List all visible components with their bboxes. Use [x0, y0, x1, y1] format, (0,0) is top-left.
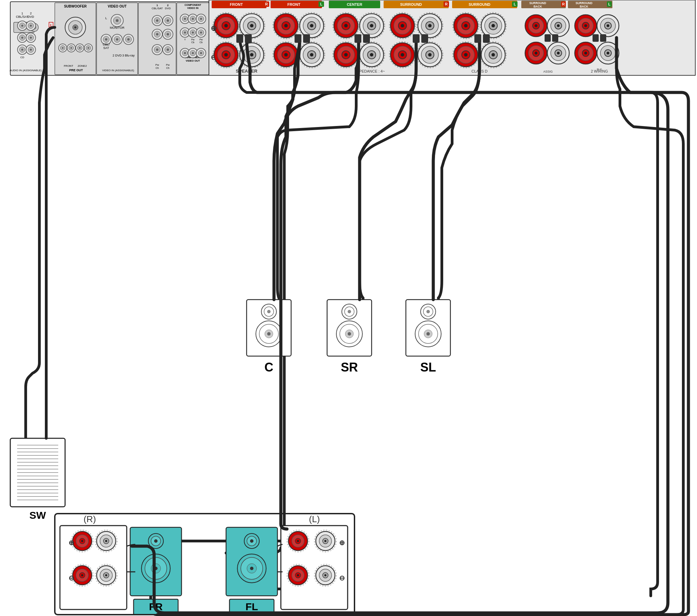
svg-point-229	[401, 24, 404, 27]
svg-text:1: 1	[157, 4, 158, 7]
svg-text:SURROUND: SURROUND	[575, 1, 592, 5]
svg-point-219	[344, 53, 348, 56]
svg-point-325	[267, 310, 271, 313]
svg-text:Ch: Ch	[166, 66, 170, 70]
svg-text:COMPONENT: COMPONENT	[185, 3, 201, 7]
sw-label: SW	[29, 510, 46, 521]
svg-point-386	[250, 567, 253, 570]
svg-text:(L): (L)	[309, 514, 320, 524]
svg-text:⊖: ⊖	[339, 574, 345, 582]
svg-point-73	[184, 32, 186, 34]
svg-point-130	[30, 49, 32, 51]
svg-rect-423	[545, 34, 551, 42]
svg-point-392	[297, 540, 299, 542]
svg-point-115	[21, 25, 23, 27]
svg-point-95	[200, 52, 202, 54]
svg-text:AUDIO IN (ASSIGNABLE): AUDIO IN (ASSIGNABLE)	[10, 69, 42, 72]
svg-point-25	[116, 38, 119, 41]
svg-point-67	[192, 18, 194, 20]
center-label: CENTER	[347, 2, 362, 7]
svg-text:FRONT: FRONT	[287, 2, 300, 7]
svg-point-127	[21, 49, 23, 51]
svg-text:2: 2	[30, 12, 32, 15]
svg-text:BACK: BACK	[580, 5, 588, 8]
svg-text:FRONT: FRONT	[230, 2, 243, 7]
svg-point-103	[62, 47, 64, 49]
svg-text:DVD: DVD	[165, 7, 171, 10]
svg-point-239	[401, 53, 404, 56]
svg-text:PRE OUT: PRE OUT	[69, 68, 83, 72]
svg-point-224	[370, 53, 373, 56]
svg-point-76	[192, 32, 194, 34]
sl-speaker-label: SL	[420, 360, 436, 374]
svg-point-264	[491, 53, 495, 56]
svg-point-20	[105, 38, 108, 41]
svg-point-109	[79, 47, 81, 49]
svg-text:⊕: ⊕	[339, 539, 345, 546]
svg-point-118	[30, 25, 32, 27]
svg-point-402	[297, 574, 299, 576]
svg-text:SURROUND: SURROUND	[469, 2, 490, 7]
svg-text:SUBWOOFER: SUBWOOFER	[64, 4, 87, 8]
svg-point-365	[105, 574, 107, 576]
svg-point-70	[200, 18, 202, 20]
svg-rect-422	[483, 34, 490, 43]
svg-point-214	[370, 24, 373, 27]
svg-text:VIDEO OUT: VIDEO OUT	[108, 4, 126, 8]
svg-point-172	[250, 24, 253, 27]
svg-point-124	[30, 37, 32, 39]
svg-point-289	[607, 24, 609, 27]
svg-point-204	[310, 53, 313, 56]
svg-rect-413	[236, 34, 243, 43]
svg-text:CBL/SAT: CBL/SAT	[16, 15, 29, 18]
svg-point-194	[310, 24, 313, 27]
svg-text:Pw: Pw	[191, 38, 195, 41]
svg-text:Y: Y	[184, 38, 186, 41]
svg-text:Pw: Pw	[155, 63, 159, 66]
svg-point-350	[81, 540, 83, 542]
svg-text:(R): (R)	[84, 514, 96, 524]
svg-point-407	[324, 574, 326, 576]
svg-point-54	[167, 49, 169, 51]
svg-point-79	[200, 32, 202, 34]
svg-text:L: L	[514, 2, 516, 6]
svg-point-337	[348, 332, 351, 336]
c-speaker-label: C	[264, 360, 273, 374]
svg-text:DVD: DVD	[27, 15, 34, 18]
svg-text:Cb: Cb	[191, 41, 195, 43]
svg-point-244	[428, 53, 432, 56]
svg-text:3 Blu-ray: 3 Blu-ray	[122, 54, 135, 57]
svg-rect-415	[295, 34, 301, 43]
fl-speaker-label: FL	[246, 601, 258, 612]
svg-point-397	[324, 540, 326, 542]
svg-point-249	[464, 24, 468, 27]
svg-text:⊖: ⊖	[69, 574, 74, 582]
svg-point-281	[557, 52, 560, 54]
svg-point-16	[116, 19, 119, 22]
svg-point-89	[184, 52, 186, 54]
sr-speaker-label: SR	[341, 360, 358, 374]
svg-point-189	[284, 24, 288, 27]
svg-point-373	[154, 539, 158, 543]
svg-point-254	[491, 24, 495, 27]
svg-point-382	[250, 539, 253, 543]
svg-text:Pw: Pw	[199, 38, 203, 41]
svg-point-269	[535, 24, 537, 27]
svg-text:MONITOR: MONITOR	[110, 26, 125, 29]
svg-point-293	[584, 52, 587, 54]
svg-point-167	[224, 24, 228, 27]
svg-point-39	[156, 20, 159, 22]
svg-text:⊕: ⊕	[69, 539, 74, 546]
svg-point-42	[167, 20, 169, 22]
svg-text:SAT: SAT	[103, 46, 109, 50]
svg-text:R: R	[445, 2, 448, 6]
svg-rect-424	[552, 34, 558, 42]
svg-text:ZONE2: ZONE2	[78, 64, 87, 67]
svg-point-333	[348, 310, 351, 313]
svg-text:L: L	[320, 2, 323, 6]
svg-rect-416	[303, 34, 310, 43]
svg-point-121	[21, 37, 23, 39]
svg-text:2: 2	[167, 4, 169, 7]
svg-point-6	[74, 26, 76, 28]
svg-point-360	[81, 574, 83, 576]
